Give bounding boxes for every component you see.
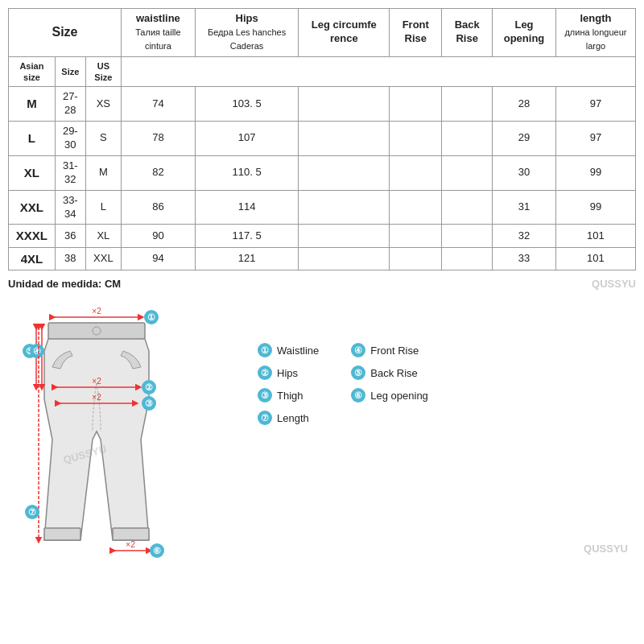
table-cell: 90 — [121, 225, 195, 248]
table-row: XXL33-34L861143199 — [9, 190, 636, 225]
watermark-diagram: QUSSYU — [584, 543, 628, 555]
table-cell: 82 — [121, 155, 195, 190]
size-header: Size — [9, 9, 122, 57]
hips-header: Hips Бедра Les hanches Caderas — [195, 9, 298, 57]
hips-sub: Бедра Les hanches Caderas — [208, 27, 286, 51]
table-cell: 33 — [493, 247, 556, 270]
legend-cols: ① Waistline ② Hips ③ Thigh ⑦ Length — [258, 343, 636, 425]
legend-label-5: Back Rise — [370, 367, 418, 379]
length-header: length длина longueur largo — [555, 9, 635, 57]
table-cell: 107 — [195, 122, 298, 156]
table-cell: XXL — [9, 190, 56, 225]
table-row: XXXL36XL90117. 532101 — [9, 225, 636, 248]
legend-num-7: ⑦ — [258, 411, 272, 425]
length-sub: длина longueur largo — [564, 27, 626, 51]
table-row: XL31-32M82110. 53099 — [9, 155, 636, 190]
table-cell: 117. 5 — [195, 225, 298, 248]
table-cell: 99 — [555, 190, 635, 225]
table-cell: M — [85, 155, 121, 190]
leg-circ-header: Leg circumfe rence — [299, 9, 390, 57]
table-cell: 4XL — [9, 247, 56, 270]
table-cell: 78 — [121, 122, 195, 156]
table-cell — [299, 190, 390, 225]
legend-num-1: ① — [258, 343, 272, 357]
legend-label-6: Leg opening — [370, 390, 428, 402]
legend-label-2: Hips — [277, 367, 298, 379]
table-cell: 28 — [493, 87, 556, 122]
legend-item-7: ⑦ Length — [258, 411, 319, 425]
table-cell — [390, 122, 442, 156]
legend-label-7: Length — [277, 412, 309, 424]
table-cell: 32 — [493, 225, 556, 248]
svg-text:⑦: ⑦ — [28, 507, 36, 517]
empty-sub — [121, 56, 635, 87]
svg-text:×2: ×2 — [92, 307, 101, 316]
table-cell: 31 — [493, 190, 556, 225]
table-cell: 36 — [55, 225, 85, 248]
table-cell: 121 — [195, 247, 298, 270]
table-cell: 97 — [555, 122, 635, 156]
table-row: L29-30S781072997 — [9, 122, 636, 156]
table-cell — [390, 247, 442, 270]
diagram-section: ×2 ① ×2 ② ×2 ③ ×2 ⑥ ⑤ — [0, 295, 644, 571]
table-cell: XXL — [85, 247, 121, 270]
table-cell: 29 — [493, 122, 556, 156]
table-cell: 86 — [121, 190, 195, 225]
legend-item-1: ① Waistline — [258, 343, 319, 357]
legend-col-right: ④ Front Rise ⑤ Back Rise ⑥ Leg opening — [351, 343, 428, 425]
length-label: length — [580, 12, 611, 24]
table-cell — [442, 155, 493, 190]
table-body: M27-28XS74103. 52897L29-30S781072997XL31… — [9, 87, 636, 270]
svg-rect-3 — [113, 528, 149, 540]
table-cell — [390, 190, 442, 225]
table-cell — [442, 247, 493, 270]
hips-label: Hips — [236, 12, 258, 24]
legend-container: ① Waistline ② Hips ③ Thigh ⑦ Length — [233, 303, 636, 563]
table-cell: 110. 5 — [195, 155, 298, 190]
table-cell — [299, 87, 390, 122]
table-cell: XXXL — [9, 225, 56, 248]
table-cell — [390, 87, 442, 122]
legend-label-4: Front Rise — [370, 345, 419, 357]
table-cell — [390, 155, 442, 190]
table-row: 4XL38XXL9412133101 — [9, 247, 636, 270]
legend-num-5: ⑤ — [351, 365, 365, 380]
legend-num-6: ⑥ — [351, 388, 365, 402]
table-cell: 101 — [555, 247, 635, 270]
table-cell: M — [9, 87, 56, 122]
legend-label-1: Waistline — [277, 345, 319, 357]
table-cell — [299, 247, 390, 270]
table-cell: 27-28 — [55, 87, 85, 122]
table-cell: 114 — [195, 190, 298, 225]
legend-num-2: ② — [258, 365, 272, 380]
size-sub: Size — [55, 56, 85, 87]
svg-text:④: ④ — [33, 346, 41, 356]
table-cell: 30 — [493, 155, 556, 190]
table-cell: XL — [9, 155, 56, 190]
svg-text:⑥: ⑥ — [153, 546, 161, 555]
watermark-table: QUSSYU — [592, 278, 636, 290]
table-cell: 38 — [55, 247, 85, 270]
svg-text:②: ② — [145, 382, 153, 392]
table-cell — [442, 122, 493, 156]
table-cell — [299, 155, 390, 190]
leg-opening-header: Leg opening — [493, 9, 556, 57]
svg-text:①: ① — [147, 312, 155, 322]
table-cell — [299, 122, 390, 156]
unit-row: Unidad de medida: CM QUSSYU — [0, 275, 644, 295]
diagram-container: ×2 ① ×2 ② ×2 ③ ×2 ⑥ ⑤ — [8, 303, 233, 563]
table-cell: XS — [85, 87, 121, 122]
table-cell: 101 — [555, 225, 635, 248]
table-cell: 94 — [121, 247, 195, 270]
legend-item-6: ⑥ Leg opening — [351, 388, 428, 402]
table-subheader-row: Asian size Size US Size — [9, 56, 636, 87]
table-cell: 103. 5 — [195, 87, 298, 122]
back-rise-header: Back Rise — [442, 9, 493, 57]
asian-size-sub: Asian size — [9, 56, 56, 87]
svg-rect-0 — [48, 323, 145, 339]
unit-label: Unidad de medida: CM — [8, 278, 121, 290]
table-cell: 74 — [121, 87, 195, 122]
legend-label-3: Thigh — [277, 390, 303, 402]
legend-item-4: ④ Front Rise — [351, 343, 428, 357]
legend-num-3: ③ — [258, 388, 272, 402]
